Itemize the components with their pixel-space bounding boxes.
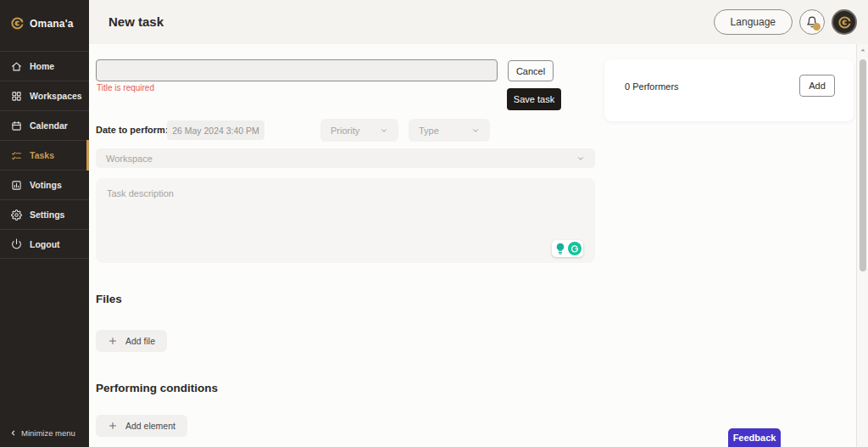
- priority-select-value: Priority: [331, 126, 359, 136]
- lightbulb-icon: [554, 242, 567, 255]
- scroll-up-icon[interactable]: [860, 47, 866, 53]
- add-element-button[interactable]: Add element: [96, 415, 187, 437]
- chevron-left-icon: [9, 429, 17, 437]
- add-performer-button[interactable]: Add: [799, 75, 835, 97]
- add-file-label: Add file: [125, 336, 155, 346]
- sidebar-item-logout[interactable]: Logout: [0, 229, 89, 259]
- votings-icon: [11, 180, 22, 191]
- sidebar-item-votings[interactable]: Votings: [0, 170, 89, 199]
- sidebar-item-label: Tasks: [30, 150, 54, 160]
- performers-count: 0 Performers: [625, 81, 679, 92]
- type-select-value: Type: [419, 126, 439, 136]
- sidebar-item-label: Workspaces: [30, 91, 82, 101]
- tasks-icon: [11, 150, 22, 161]
- sidebar: Omana'a HomeWorkspacesCalendarTasksVotin…: [0, 0, 89, 447]
- user-avatar[interactable]: [832, 9, 857, 35]
- date-picker-field[interactable]: 26 May 2024 3:40 PM: [167, 120, 264, 140]
- sidebar-item-calendar[interactable]: Calendar: [0, 110, 89, 140]
- header: New task Language: [89, 0, 868, 44]
- priority-select[interactable]: Priority: [320, 119, 398, 142]
- feedback-button[interactable]: Feedback: [728, 428, 781, 447]
- sidebar-menu: HomeWorkspacesCalendarTasksVotingsSettin…: [0, 51, 89, 259]
- settings-icon: [11, 210, 22, 221]
- title-error-message: Title is required: [97, 83, 154, 92]
- sidebar-item-tasks[interactable]: Tasks: [0, 140, 89, 170]
- home-icon: [11, 61, 22, 72]
- chevron-down-icon: [471, 126, 480, 135]
- save-task-button[interactable]: Save task: [507, 88, 561, 110]
- sidebar-item-label: Votings: [30, 180, 62, 190]
- plus-icon: [108, 336, 118, 346]
- sidebar-item-label: Home: [30, 61, 54, 71]
- minimize-menu-label: Minimize menu: [21, 428, 75, 438]
- files-section-title: Files: [96, 293, 122, 305]
- header-actions: Language: [714, 9, 857, 35]
- cancel-button[interactable]: Cancel: [508, 60, 554, 81]
- type-select[interactable]: Type: [409, 119, 490, 142]
- add-element-label: Add element: [125, 421, 175, 431]
- notification-badge: [813, 23, 821, 31]
- language-button[interactable]: Language: [714, 9, 793, 35]
- minimize-menu-button[interactable]: Minimize menu: [9, 428, 75, 438]
- add-file-button[interactable]: Add file: [96, 330, 167, 352]
- chevron-down-icon: [380, 126, 388, 135]
- notifications-button[interactable]: [799, 9, 825, 35]
- workspace-select-value: Workspace: [106, 154, 153, 164]
- avatar-logo-icon: [837, 15, 852, 30]
- scrollbar[interactable]: [856, 44, 868, 447]
- logout-icon: [11, 238, 22, 249]
- app-logo-text: Omana'a: [30, 18, 74, 30]
- date-to-perform-label: Date to perform:: [96, 125, 169, 135]
- chevron-down-icon: [576, 154, 585, 163]
- task-title-input[interactable]: [96, 59, 498, 81]
- sidebar-item-label: Logout: [30, 239, 60, 249]
- task-description-input[interactable]: [96, 178, 595, 263]
- page-title: New task: [108, 14, 164, 29]
- grammarly-widget[interactable]: [552, 240, 583, 257]
- app-window: Omana'a HomeWorkspacesCalendarTasksVotin…: [0, 0, 868, 447]
- conditions-section-title: Performing conditions: [96, 382, 218, 394]
- workspaces-icon: [11, 91, 22, 102]
- plus-icon: [108, 421, 118, 431]
- task-description-box: [96, 178, 595, 263]
- omanaa-logo-icon: [10, 16, 25, 31]
- sidebar-item-settings[interactable]: Settings: [0, 199, 89, 229]
- scrollbar-thumb[interactable]: [860, 59, 866, 271]
- grammarly-g-icon: [568, 242, 581, 255]
- sidebar-item-home[interactable]: Home: [0, 51, 89, 81]
- sidebar-item-label: Settings: [30, 210, 64, 220]
- app-logo: Omana'a: [0, 0, 89, 31]
- workspace-select[interactable]: Workspace: [96, 148, 595, 168]
- calendar-icon: [11, 120, 22, 131]
- sidebar-item-label: Calendar: [30, 120, 68, 131]
- performers-card: 0 Performers Add: [604, 59, 854, 121]
- sidebar-item-workspaces[interactable]: Workspaces: [0, 81, 89, 110]
